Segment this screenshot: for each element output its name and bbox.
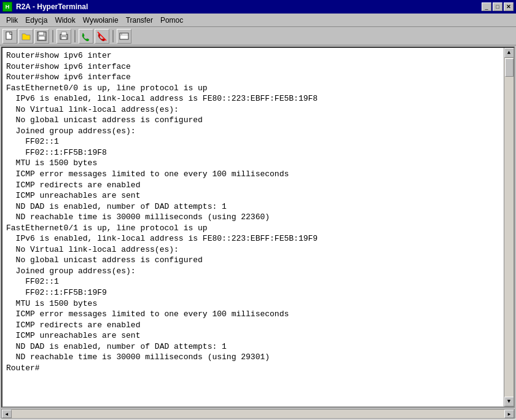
svg-rect-6 bbox=[61, 37, 66, 39]
app-icon: H bbox=[2, 2, 12, 12]
menu-widok[interactable]: Widok bbox=[51, 15, 79, 26]
svg-rect-5 bbox=[61, 32, 66, 35]
disconnect-button[interactable] bbox=[95, 29, 109, 44]
svg-rect-2 bbox=[39, 32, 44, 35]
new-button[interactable] bbox=[2, 29, 17, 44]
menu-edycja[interactable]: Edycja bbox=[22, 15, 51, 26]
save-button[interactable] bbox=[34, 29, 49, 44]
window-title: R2A - HyperTerminal bbox=[16, 2, 88, 11]
hscroll-left-button[interactable]: ◄ bbox=[2, 410, 12, 418]
menu-bar: Plik Edycja Widok Wywołanie Transfer Pom… bbox=[0, 14, 516, 27]
title-bar-controls[interactable]: _ □ ✕ bbox=[482, 2, 514, 11]
scroll-track[interactable] bbox=[504, 58, 514, 397]
menu-plik[interactable]: Plik bbox=[2, 15, 22, 26]
toolbar-separator-3 bbox=[112, 30, 114, 42]
horizontal-scrollbar[interactable]: ◄ ► bbox=[1, 409, 515, 419]
hscroll-track[interactable] bbox=[12, 410, 504, 418]
minimize-button[interactable]: _ bbox=[482, 2, 491, 11]
call-button[interactable] bbox=[79, 29, 93, 44]
toolbar-separator-2 bbox=[74, 30, 76, 42]
scroll-down-button[interactable]: ▼ bbox=[504, 397, 514, 406]
vertical-scrollbar[interactable]: ▲ ▼ bbox=[504, 48, 514, 406]
svg-rect-3 bbox=[39, 36, 45, 40]
title-bar: H R2A - HyperTerminal _ □ ✕ bbox=[0, 0, 516, 14]
open-button[interactable] bbox=[18, 29, 33, 44]
scroll-up-button[interactable]: ▲ bbox=[504, 48, 514, 58]
hscroll-right-button[interactable]: ► bbox=[504, 410, 514, 418]
properties-button[interactable] bbox=[117, 29, 131, 44]
svg-rect-8 bbox=[120, 33, 128, 39]
svg-rect-0 bbox=[6, 32, 12, 39]
menu-transfer[interactable]: Transfer bbox=[122, 15, 157, 26]
menu-wywolanie[interactable]: Wywołanie bbox=[79, 15, 122, 26]
hscrollbar-area: ◄ ► bbox=[1, 409, 515, 419]
terminal-output[interactable]: Router#show ipv6 inter Router#show ipv6 … bbox=[2, 48, 504, 406]
toolbar bbox=[0, 27, 516, 45]
maximize-button[interactable]: □ bbox=[493, 2, 502, 11]
menu-pomoc[interactable]: Pomoc bbox=[157, 15, 187, 26]
print-button[interactable] bbox=[57, 29, 71, 44]
title-bar-left: H R2A - HyperTerminal bbox=[2, 2, 88, 12]
toolbar-separator-1 bbox=[52, 30, 53, 42]
terminal-container[interactable]: Router#show ipv6 inter Router#show ipv6 … bbox=[1, 47, 515, 408]
scroll-thumb[interactable] bbox=[505, 58, 514, 77]
close-button[interactable]: ✕ bbox=[504, 2, 514, 11]
